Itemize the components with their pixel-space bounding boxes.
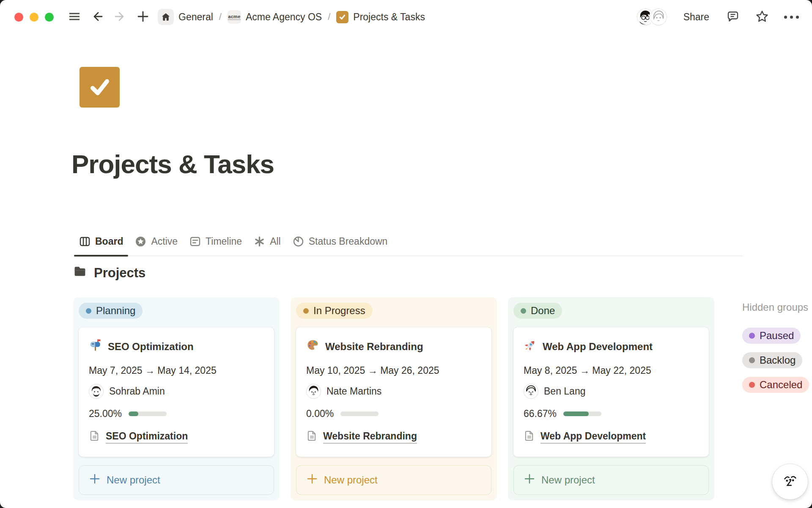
assignee-name: Ben Lang	[544, 386, 585, 397]
tab-all[interactable]: All	[248, 236, 287, 256]
new-project-button[interactable]: New project	[513, 465, 709, 495]
project-card[interactable]: SEO Optimization May 7, 2025 → May 14, 2…	[79, 327, 274, 457]
status-dot	[749, 382, 755, 388]
card-date-range: May 8, 2025 → May 22, 2025	[524, 365, 699, 376]
card-progress: 0.00%	[306, 408, 481, 420]
avatar	[524, 384, 538, 399]
status-dot	[749, 333, 755, 339]
close-window-button[interactable]	[14, 13, 23, 22]
new-tab-button[interactable]	[135, 9, 151, 25]
new-project-button[interactable]: New project	[79, 465, 274, 495]
tab-label: Board	[95, 236, 123, 247]
breadcrumb-label: General	[178, 11, 213, 23]
view-tabs: Board Active Timeline All Status Breakdo…	[73, 229, 743, 256]
tab-status-breakdown[interactable]: Status Breakdown	[287, 236, 394, 256]
card-progress: 25.00%	[89, 408, 264, 420]
orange-checkbox-icon	[336, 11, 348, 23]
card-title-row: Web App Development	[524, 339, 699, 354]
ellipsis-icon	[784, 16, 799, 19]
hidden-group-paused[interactable]: Paused	[742, 328, 801, 344]
card-date-range: May 10, 2025 → May 26, 2025	[306, 365, 481, 376]
traffic-lights	[14, 13, 54, 22]
dark-folder-icon	[73, 265, 87, 282]
notion-ai-face-icon	[780, 472, 800, 492]
avatar	[649, 8, 668, 26]
home-icon	[158, 9, 174, 25]
comments-button[interactable]	[725, 9, 741, 25]
share-button[interactable]: Share	[681, 10, 712, 25]
minimize-window-button[interactable]	[30, 13, 38, 22]
forward-button[interactable]	[112, 9, 128, 25]
app-window: General / acme Acme Agency OS / Projects…	[0, 0, 812, 508]
title-bar: General / acme Acme Agency OS / Projects…	[0, 0, 812, 34]
card-title-row: SEO Optimization	[89, 339, 264, 354]
collaborator-avatars[interactable]	[636, 8, 668, 26]
progress-label: 66.67%	[524, 408, 557, 420]
tab-label: Status Breakdown	[309, 236, 388, 247]
status-dot	[303, 308, 309, 314]
avatar	[306, 384, 321, 399]
card-page-link[interactable]: SEO Optimization	[89, 430, 264, 444]
tab-timeline[interactable]: Timeline	[184, 236, 248, 256]
card-assignee: Sohrab Amin	[89, 384, 264, 399]
breadcrumb-item-projects-tasks[interactable]: Projects & Tasks	[336, 11, 425, 23]
hidden-group-backlog[interactable]: Backlog	[742, 352, 802, 368]
mailbox-icon	[89, 339, 102, 354]
hidden-groups-title: Hidden groups	[742, 301, 812, 313]
projects-section-header: Projects	[73, 265, 145, 282]
star-circle-icon	[135, 236, 146, 247]
plus-icon	[137, 10, 149, 24]
forward-icon	[114, 10, 126, 24]
tab-label: Active	[151, 236, 178, 247]
card-assignee: Ben Lang	[524, 384, 699, 399]
status-badge-done[interactable]: Done	[513, 303, 562, 319]
breadcrumb-separator: /	[326, 11, 332, 22]
back-icon	[91, 10, 104, 24]
back-button[interactable]	[89, 9, 105, 25]
breadcrumb-separator: /	[218, 11, 223, 22]
asterisk-icon	[254, 236, 265, 247]
tab-active[interactable]: Active	[129, 236, 184, 256]
page-icon-checkmark[interactable]	[80, 67, 120, 108]
card-page-link[interactable]: Website Rebranding	[306, 430, 481, 444]
acme-logo: acme	[228, 10, 241, 24]
notion-ai-button[interactable]	[772, 464, 808, 500]
palette-icon	[306, 339, 319, 354]
zoom-window-button[interactable]	[45, 13, 54, 22]
tab-board[interactable]: Board	[73, 236, 129, 256]
hidden-groups: Hidden groups Paused Backlog Canceled	[742, 298, 812, 393]
tab-label: Timeline	[206, 236, 242, 247]
rocket-icon	[524, 339, 537, 354]
board-icon	[79, 236, 91, 247]
status-badge-planning[interactable]: Planning	[79, 303, 143, 319]
breadcrumb-label: Acme Agency OS	[246, 11, 322, 23]
pie-chart-icon	[293, 236, 304, 247]
breadcrumb: General / acme Acme Agency OS / Projects…	[158, 9, 425, 25]
favorite-button[interactable]	[754, 9, 770, 25]
more-options-button[interactable]	[783, 9, 799, 25]
timeline-icon	[189, 236, 201, 247]
status-dot	[86, 308, 91, 314]
section-title: Projects	[94, 265, 145, 281]
tab-label: All	[270, 236, 281, 247]
card-title-row: Website Rebranding	[306, 339, 481, 354]
card-page-link[interactable]: Web App Development	[524, 430, 699, 444]
status-dot	[521, 308, 526, 314]
hidden-group-canceled[interactable]: Canceled	[742, 377, 809, 393]
menu-icon	[68, 10, 81, 24]
breadcrumb-item-general[interactable]: General	[158, 9, 213, 25]
project-card[interactable]: Web App Development May 8, 2025 → May 22…	[513, 327, 709, 457]
new-project-button[interactable]: New project	[296, 465, 491, 495]
card-assignee: Nate Martins	[306, 384, 481, 399]
card-progress: 66.67%	[524, 408, 699, 420]
document-icon	[524, 430, 535, 444]
plus-icon	[307, 473, 318, 487]
avatar	[89, 384, 104, 399]
sidebar-menu-button[interactable]	[66, 9, 82, 25]
page-title[interactable]: Projects & Tasks	[71, 149, 274, 179]
comment-icon	[726, 10, 740, 25]
project-card[interactable]: Website Rebranding May 10, 2025 → May 26…	[296, 327, 491, 457]
breadcrumb-item-acme-agency-os[interactable]: acme Acme Agency OS	[228, 10, 322, 24]
column-in-progress: In Progress Website Rebranding May 10, 2…	[291, 297, 497, 500]
status-badge-in-progress[interactable]: In Progress	[296, 303, 373, 319]
